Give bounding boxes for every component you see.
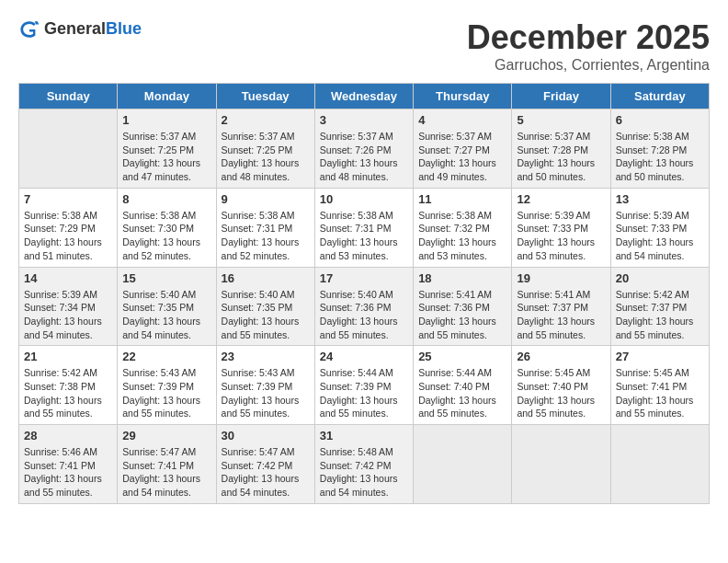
day-info: Sunrise: 5:48 AMSunset: 7:42 PMDaylight:… [320,445,408,500]
calendar-day-cell: 3Sunrise: 5:37 AMSunset: 7:26 PMDaylight… [314,109,413,189]
month-title: December 2025 [467,18,710,57]
calendar-day-cell: 1Sunrise: 5:37 AMSunset: 7:25 PMDaylight… [118,109,216,189]
day-number: 31 [320,429,408,442]
day-info: Sunrise: 5:45 AMSunset: 7:40 PMDaylight:… [517,366,605,420]
day-info: Sunrise: 5:44 AMSunset: 7:40 PMDaylight:… [418,366,506,420]
day-info: Sunrise: 5:43 AMSunset: 7:39 PMDaylight:… [222,366,310,420]
day-info: Sunrise: 5:42 AMSunset: 7:37 PMDaylight:… [616,288,704,342]
day-number: 13 [616,192,704,206]
weekday-header-wednesday: Wednesday [314,84,413,109]
day-number: 24 [320,350,408,363]
calendar-day-cell: 11Sunrise: 5:38 AMSunset: 7:32 PMDayligh… [414,188,512,267]
weekday-header-monday: Monday [118,84,216,109]
weekday-header-friday: Friday [512,84,610,109]
calendar-day-cell [512,425,610,504]
day-number: 12 [517,192,605,206]
day-info: Sunrise: 5:39 AMSunset: 7:33 PMDaylight:… [517,209,605,263]
day-number: 18 [418,271,506,285]
calendar-day-cell: 29Sunrise: 5:47 AMSunset: 7:41 PMDayligh… [118,425,216,504]
day-info: Sunrise: 5:40 AMSunset: 7:36 PMDaylight:… [320,288,408,342]
day-info: Sunrise: 5:40 AMSunset: 7:35 PMDaylight:… [122,288,210,342]
day-number: 4 [418,113,506,127]
day-number: 3 [320,113,408,127]
day-number: 2 [222,113,310,127]
day-number: 30 [222,429,310,442]
day-number: 29 [122,429,210,442]
calendar-day-cell: 16Sunrise: 5:40 AMSunset: 7:35 PMDayligh… [216,267,314,346]
calendar-day-cell: 13Sunrise: 5:39 AMSunset: 7:33 PMDayligh… [610,188,709,267]
day-info: Sunrise: 5:37 AMSunset: 7:25 PMDaylight:… [122,130,210,184]
calendar-day-cell: 7Sunrise: 5:38 AMSunset: 7:29 PMDaylight… [19,188,118,267]
day-info: Sunrise: 5:44 AMSunset: 7:39 PMDaylight:… [320,366,408,420]
day-number: 16 [222,271,310,285]
calendar-table: SundayMondayTuesdayWednesdayThursdayFrid… [18,83,710,504]
calendar-day-cell [414,425,512,504]
day-info: Sunrise: 5:43 AMSunset: 7:39 PMDaylight:… [122,366,210,420]
calendar-week-row: 7Sunrise: 5:38 AMSunset: 7:29 PMDaylight… [19,188,710,267]
day-number: 9 [222,192,310,206]
calendar-day-cell: 17Sunrise: 5:40 AMSunset: 7:36 PMDayligh… [314,267,413,346]
day-info: Sunrise: 5:38 AMSunset: 7:31 PMDaylight:… [320,209,408,263]
calendar-day-cell: 10Sunrise: 5:38 AMSunset: 7:31 PMDayligh… [314,188,413,267]
weekday-header-row: SundayMondayTuesdayWednesdayThursdayFrid… [19,84,710,109]
calendar-day-cell: 25Sunrise: 5:44 AMSunset: 7:40 PMDayligh… [414,346,512,425]
calendar-day-cell: 6Sunrise: 5:38 AMSunset: 7:28 PMDaylight… [610,109,709,189]
day-number: 1 [122,113,210,127]
day-info: Sunrise: 5:39 AMSunset: 7:33 PMDaylight:… [616,209,704,263]
calendar-day-cell: 4Sunrise: 5:37 AMSunset: 7:27 PMDaylight… [414,109,512,189]
calendar-day-cell: 8Sunrise: 5:38 AMSunset: 7:30 PMDaylight… [118,188,216,267]
day-info: Sunrise: 5:37 AMSunset: 7:28 PMDaylight:… [517,130,605,184]
day-number: 23 [222,350,310,363]
day-number: 14 [24,271,112,285]
day-number: 22 [122,350,210,363]
day-number: 27 [616,350,704,363]
title-area: December 2025 Garruchos, Corrientes, Arg… [467,18,710,74]
calendar-day-cell: 5Sunrise: 5:37 AMSunset: 7:28 PMDaylight… [512,109,610,189]
calendar-day-cell: 27Sunrise: 5:45 AMSunset: 7:41 PMDayligh… [610,346,709,425]
day-number: 11 [418,192,506,206]
calendar-day-cell: 24Sunrise: 5:44 AMSunset: 7:39 PMDayligh… [314,346,413,425]
day-number: 7 [24,192,112,206]
day-info: Sunrise: 5:46 AMSunset: 7:41 PMDaylight:… [24,445,112,500]
calendar-week-row: 21Sunrise: 5:42 AMSunset: 7:38 PMDayligh… [19,346,710,425]
calendar-day-cell: 2Sunrise: 5:37 AMSunset: 7:25 PMDaylight… [216,109,314,189]
day-info: Sunrise: 5:37 AMSunset: 7:27 PMDaylight:… [418,130,506,184]
weekday-header-thursday: Thursday [414,84,512,109]
weekday-header-saturday: Saturday [610,84,709,109]
day-info: Sunrise: 5:41 AMSunset: 7:37 PMDaylight:… [517,288,605,342]
day-number: 8 [122,192,210,206]
location-subtitle: Garruchos, Corrientes, Argentina [467,57,710,74]
logo-icon [18,18,40,40]
calendar-day-cell: 14Sunrise: 5:39 AMSunset: 7:34 PMDayligh… [19,267,118,346]
day-number: 5 [517,113,605,127]
day-number: 26 [517,350,605,363]
day-number: 17 [320,271,408,285]
day-info: Sunrise: 5:47 AMSunset: 7:42 PMDaylight:… [222,445,310,500]
day-number: 25 [418,350,506,363]
calendar-day-cell: 19Sunrise: 5:41 AMSunset: 7:37 PMDayligh… [512,267,610,346]
day-number: 10 [320,192,408,206]
calendar-week-row: 14Sunrise: 5:39 AMSunset: 7:34 PMDayligh… [19,267,710,346]
calendar-day-cell: 31Sunrise: 5:48 AMSunset: 7:42 PMDayligh… [314,425,413,504]
day-info: Sunrise: 5:38 AMSunset: 7:29 PMDaylight:… [24,209,112,263]
day-info: Sunrise: 5:38 AMSunset: 7:31 PMDaylight:… [222,209,310,263]
calendar-day-cell: 28Sunrise: 5:46 AMSunset: 7:41 PMDayligh… [19,425,118,504]
calendar-day-cell: 18Sunrise: 5:41 AMSunset: 7:36 PMDayligh… [414,267,512,346]
calendar-day-cell: 21Sunrise: 5:42 AMSunset: 7:38 PMDayligh… [19,346,118,425]
calendar-day-cell: 22Sunrise: 5:43 AMSunset: 7:39 PMDayligh… [118,346,216,425]
day-info: Sunrise: 5:45 AMSunset: 7:41 PMDaylight:… [616,366,704,420]
calendar-week-row: 1Sunrise: 5:37 AMSunset: 7:25 PMDaylight… [19,109,710,189]
calendar-day-cell [19,109,118,189]
day-info: Sunrise: 5:38 AMSunset: 7:30 PMDaylight:… [122,209,210,263]
weekday-header-tuesday: Tuesday [216,84,314,109]
day-number: 6 [616,113,704,127]
calendar-day-cell: 20Sunrise: 5:42 AMSunset: 7:37 PMDayligh… [610,267,709,346]
day-info: Sunrise: 5:37 AMSunset: 7:26 PMDaylight:… [320,130,408,184]
logo-text: GeneralBlue [44,20,142,39]
day-info: Sunrise: 5:39 AMSunset: 7:34 PMDaylight:… [24,288,112,342]
day-number: 19 [517,271,605,285]
calendar-day-cell: 15Sunrise: 5:40 AMSunset: 7:35 PMDayligh… [118,267,216,346]
day-info: Sunrise: 5:38 AMSunset: 7:28 PMDaylight:… [616,130,704,184]
logo: GeneralBlue [18,18,142,40]
calendar-day-cell: 9Sunrise: 5:38 AMSunset: 7:31 PMDaylight… [216,188,314,267]
